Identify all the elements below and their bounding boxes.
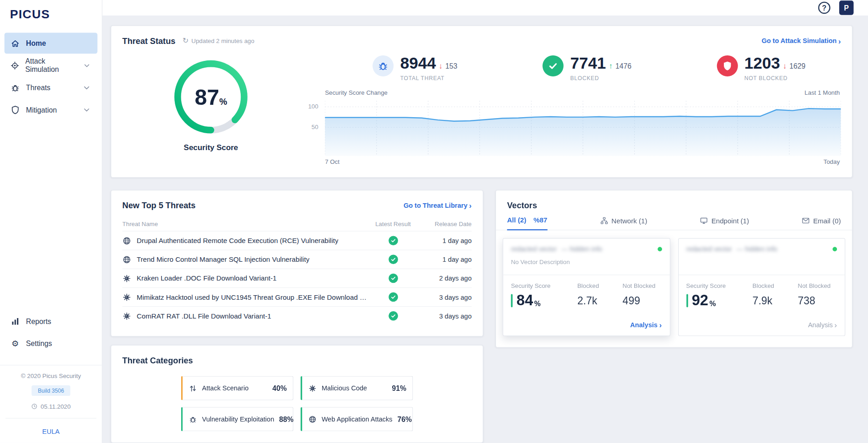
score-accent-bar (686, 294, 688, 307)
vector-tabs: All (2) %87 Network (1) Endpoint (1) (496, 211, 852, 230)
stat-not-blocked: 1203 ↓ 1629 NOT BLOCKED (717, 55, 805, 81)
globe-icon (122, 236, 131, 245)
table-row[interactable]: Kraken Loader .DOC File Download Variant… (122, 269, 471, 287)
picus-logo[interactable]: PICUS (0, 0, 102, 31)
release-date: 2 days ago (419, 274, 472, 282)
threats-table: Threat Name Latest Result Release Date D… (111, 214, 483, 325)
eula-row: EULA (5, 418, 96, 443)
vector-blocked: 2.7k (577, 295, 623, 308)
table-row[interactable]: Trend Micro Control Manager SQL Injectio… (122, 250, 471, 269)
threat-name: ComRAT RAT .DLL File Download Variant-1 (137, 312, 271, 320)
malware-icon (122, 274, 131, 282)
threat-name: Kraken Loader .DOC File Download Variant… (137, 274, 277, 282)
vector-blocked: 7.9k (753, 295, 798, 308)
top-bar: ? P (102, 0, 868, 16)
globe-icon (122, 255, 131, 264)
vectors-card: Vectors All (2) %87 Network (1) (496, 190, 852, 348)
tab-email[interactable]: Email (0) (802, 216, 841, 230)
malware-icon (122, 312, 131, 320)
gear-icon: ⚙ (11, 339, 20, 347)
tab-network[interactable]: Network (1) (600, 216, 647, 230)
blocked-label: Blocked (577, 282, 623, 289)
table-row[interactable]: Mimikatz Hacktool used by UNC1945 Threat… (122, 287, 471, 306)
category-attack-scenario[interactable]: Attack Scenario 40% (181, 376, 294, 400)
threat-name: Drupal Authenticated Remote Code Executi… (137, 237, 339, 244)
primary-nav: Home Attack Simulation Threats Mitigatio… (0, 31, 102, 121)
shield-icon (11, 105, 20, 114)
threat-name: Mimikatz Hacktool used by UNC1945 Threat… (137, 293, 367, 301)
chevron-right-icon: › (835, 321, 837, 329)
clock-icon (31, 403, 38, 410)
threat-status-body: 87 % Security Score (111, 50, 852, 165)
threat-status-card: Threat Status ↻ Updated 2 minutes ago Go… (111, 26, 852, 178)
go-to-attack-simulation-link[interactable]: Go to Attack Simulation › (761, 37, 841, 44)
sidebar-item-label: Attack Simulation (25, 57, 76, 74)
table-row[interactable]: Drupal Authenticated Remote Code Executi… (122, 231, 471, 249)
sidebar-item-label: Threats (26, 83, 50, 92)
vectors-title: Vectors (507, 200, 537, 210)
go-to-threat-library-link[interactable]: Go to Threat Library › (404, 201, 472, 209)
vector-score: 84 (517, 293, 533, 308)
sidebar-item-home[interactable]: Home (5, 32, 97, 54)
threat-name: Trend Micro Control Manager SQL Injectio… (137, 255, 309, 263)
score-accent-bar (511, 294, 513, 307)
threat-stats-row: 8944 ↓ 153 TOTAL THREAT (300, 50, 841, 81)
picus-dashboard: PICUS Home Attack Simulation Threats Mit… (0, 0, 868, 443)
analysis-link[interactable]: Analysis › (622, 321, 669, 335)
bug-icon (372, 55, 394, 76)
up-arrow-icon: ↑ (609, 61, 612, 70)
y-tick-50: 50 (312, 124, 318, 130)
network-icon (600, 216, 608, 225)
blocked-check-icon (388, 311, 398, 321)
table-row[interactable]: ComRAT RAT .DLL File Download Variant-1 … (122, 306, 471, 325)
col-threat-name: Threat Name (122, 221, 367, 227)
user-avatar[interactable]: P (839, 0, 853, 15)
build-badge: Build 3506 (32, 385, 70, 396)
security-score-label: Security Score (511, 282, 577, 289)
chart-x-axis: 7 Oct Today (300, 156, 841, 165)
x-start-label: 7 Oct (325, 158, 340, 165)
category-vulnerability-exploitation[interactable]: Vulnerability Exploitation 88% (181, 407, 294, 431)
vector-not-blocked: 738 (798, 295, 837, 308)
release-date: 3 days ago (419, 312, 472, 320)
sidebar-item-label: Mitigation (26, 105, 57, 113)
sidebar-item-reports[interactable]: Reports (5, 311, 97, 332)
chevron-right-icon: › (838, 37, 841, 44)
tab-all[interactable]: All (2) %87 (507, 216, 547, 230)
release-date: 1 day ago (419, 237, 472, 244)
tab-endpoint[interactable]: Endpoint (1) (700, 216, 749, 230)
down-arrow-icon: ↓ (439, 61, 442, 70)
vector-tile[interactable]: redacted vector — hidden info No Vector … (503, 238, 670, 336)
eula-link[interactable]: EULA (42, 428, 59, 436)
vector-name-redacted: redacted vector (686, 245, 732, 253)
chevron-down-icon (83, 60, 92, 70)
content-area: Threat Status ↻ Updated 2 minutes ago Go… (102, 16, 868, 443)
category-malicious-code[interactable]: Malicious Code 91% (301, 376, 413, 400)
blocked-check-icon (388, 236, 398, 245)
vector-description: No Vector Description (511, 259, 662, 266)
sidebar-item-settings[interactable]: ⚙ Settings (5, 333, 97, 354)
chevron-right-icon: › (659, 321, 662, 329)
vector-tile[interactable]: redacted vector — hidden info Security S… (678, 238, 845, 336)
total-threat-delta: 153 (445, 62, 457, 70)
updated-indicator: ↻ Updated 2 minutes ago (183, 37, 254, 44)
stat-total-threat: 8944 ↓ 153 TOTAL THREAT (372, 55, 457, 81)
sidebar-item-threats[interactable]: Threats (5, 77, 97, 98)
status-dot (658, 247, 662, 252)
vector-info-redacted: — hidden info (561, 245, 602, 253)
sidebar-item-mitigation[interactable]: Mitigation (5, 99, 97, 120)
refresh-icon[interactable]: ↻ (183, 37, 189, 44)
blocked-check-icon (388, 274, 398, 283)
security-score-label: Security Score (184, 143, 238, 151)
analysis-link[interactable]: Analysis › (800, 321, 845, 335)
blocked-value: 7741 (570, 55, 606, 71)
col-release-date: Release Date (419, 221, 472, 227)
blocked-check-icon (388, 255, 398, 265)
copyright-text: © 2020 Picus Security (5, 373, 96, 379)
category-web-application-attacks[interactable]: Web Application Attacks 76% (301, 407, 413, 431)
blocked-delta: 1476 (615, 62, 631, 70)
not-blocked-label: Not Blocked (623, 282, 662, 289)
sidebar-item-attack-simulation[interactable]: Attack Simulation (5, 55, 97, 76)
stat-blocked: 7741 ↑ 1476 BLOCKED (543, 55, 631, 81)
help-button[interactable]: ? (818, 2, 830, 14)
